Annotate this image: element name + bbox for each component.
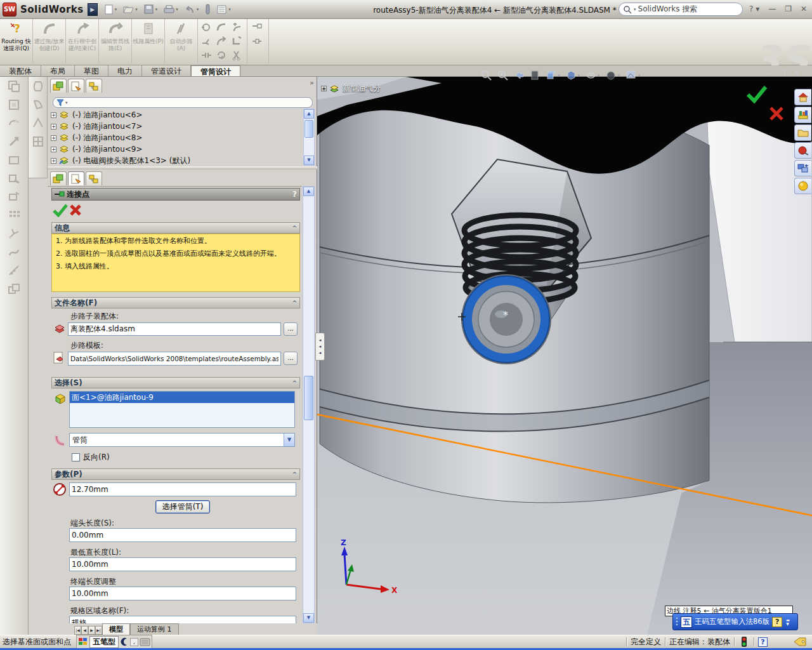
ime-options-icon[interactable]: ▬▼ — [786, 618, 790, 626]
ime-fullhalf-icon[interactable] — [120, 637, 129, 646]
tag-icon[interactable] — [793, 637, 807, 647]
appearance-icon[interactable]: ▾ — [606, 70, 620, 81]
view-palette-tab[interactable] — [794, 160, 811, 176]
select-edge-icon[interactable] — [29, 114, 48, 132]
feature-manager-tab[interactable] — [50, 79, 67, 93]
create-by-drag-button[interactable]: 通过拖/放来创建(D) — [33, 19, 66, 63]
search-input[interactable]: ▾ SolidWorks 搜索 — [619, 3, 743, 16]
scroll-up-icon[interactable]: ▲ — [304, 109, 314, 119]
open-icon[interactable]: ▾ — [123, 4, 138, 15]
hide-show-icon[interactable] — [4, 151, 23, 169]
tab-piping[interactable]: 管道设计 — [142, 65, 191, 76]
stub-length-input[interactable] — [69, 528, 296, 542]
previous-view-icon[interactable] — [514, 70, 525, 81]
select-body-icon[interactable] — [29, 77, 48, 95]
spec-area-input[interactable] — [69, 616, 296, 623]
restore-icon[interactable]: ❐ — [785, 4, 792, 13]
close-icon[interactable]: ✕ — [801, 4, 807, 13]
solidworks-resources-tab[interactable] — [794, 89, 811, 105]
confirm-cancel-icon[interactable] — [768, 105, 785, 122]
zoom-area-icon[interactable] — [497, 70, 508, 81]
tab-model[interactable]: 模型 — [102, 623, 130, 635]
property-manager-tab[interactable] — [68, 79, 84, 93]
split-route-icon[interactable] — [200, 35, 213, 48]
menu-flyout-button[interactable]: ▶ — [88, 3, 98, 16]
insert-component-icon[interactable] — [4, 77, 23, 95]
minimize-icon[interactable]: — — [768, 4, 776, 13]
cancel-button[interactable] — [69, 204, 82, 216]
search-results-tab[interactable] — [794, 142, 811, 159]
reverse-checkbox[interactable] — [72, 453, 80, 461]
scene-icon[interactable]: ▾ — [625, 70, 641, 81]
undo-icon[interactable]: ▾ — [185, 4, 199, 15]
pattern-icon[interactable] — [4, 206, 23, 224]
tree-row[interactable]: + (-) 电磁阀接头装配体1<3> (默认) — [51, 155, 190, 166]
ime-keyboard-icon[interactable] — [140, 638, 150, 646]
expand-icon[interactable]: + — [51, 124, 56, 129]
route-properties-button[interactable]: 线路属性(P) — [132, 19, 165, 63]
ime-lang-icon[interactable] — [78, 637, 88, 646]
parameters-section-header[interactable]: 参数(P)^ — [51, 468, 300, 480]
diameter-input[interactable] — [69, 482, 296, 496]
doc-close-icon[interactable]: ✕ — [794, 69, 800, 77]
min-straight-input[interactable] — [69, 557, 296, 571]
subassembly-input[interactable] — [68, 322, 281, 336]
smart-fasteners-icon[interactable] — [4, 188, 23, 206]
expand-icon[interactable]: + — [51, 158, 56, 164]
expand-icon[interactable]: + — [51, 147, 56, 152]
connection-point-icon[interactable] — [251, 21, 263, 34]
design-library-tab[interactable] — [794, 107, 811, 123]
add-point-icon[interactable] — [230, 21, 243, 34]
add-fitting-icon[interactable] — [200, 21, 213, 34]
tab-electrical[interactable]: 电力 — [108, 65, 142, 76]
rotate-component-icon[interactable] — [4, 114, 23, 132]
file-section-header[interactable]: 文件名称(F)^ — [51, 297, 300, 308]
edit-tube-route-button[interactable]: 编辑管筒线路(E) — [99, 19, 132, 63]
edit-component-icon[interactable] — [4, 169, 23, 187]
save-icon[interactable]: ▾ — [144, 4, 158, 15]
scroll-down-icon[interactable]: ▼ — [304, 156, 314, 165]
measure-icon[interactable] — [4, 262, 23, 279]
expand-icon[interactable]: + — [51, 112, 56, 118]
auto-route-button[interactable]: 自动步路(A) — [165, 19, 198, 63]
print-icon[interactable]: ▾ — [164, 4, 178, 15]
tree-filter-input[interactable]: ▾ — [53, 97, 313, 108]
combobox-dropdown-icon[interactable]: ▼ — [284, 434, 294, 446]
new-document-icon[interactable]: ▾ — [104, 4, 117, 15]
section-view-icon[interactable] — [530, 70, 540, 81]
pm-help-icon[interactable]: ? — [292, 190, 297, 199]
info-section-header[interactable]: 信息^ — [51, 222, 300, 234]
tab-motion-study[interactable]: 运动算例 1 — [130, 623, 179, 635]
property-manager-tab[interactable] — [68, 171, 84, 185]
configuration-manager-tab[interactable] — [86, 79, 102, 93]
display-style-icon[interactable]: ▾ — [566, 70, 580, 81]
interference-icon[interactable] — [4, 280, 23, 298]
ok-button[interactable] — [53, 203, 68, 217]
tree-row[interactable]: + (-) 油路jiantou<7> — [51, 121, 143, 132]
scroll-up-icon[interactable]: ▲ — [303, 187, 314, 196]
doc-restore-icon[interactable]: ❐ — [779, 69, 786, 77]
corner-icon[interactable] — [230, 35, 243, 48]
confirm-ok-icon[interactable] — [746, 84, 768, 103]
trim-route-icon[interactable] — [230, 49, 243, 62]
route-through-icon[interactable] — [215, 21, 228, 34]
first-tab-icon[interactable]: |◀ — [74, 626, 81, 635]
route-point-icon[interactable] — [251, 35, 263, 48]
routing-tips-button[interactable]: ? Routing 快速提示(Q) — [0, 19, 33, 63]
tree-row[interactable]: + (-) 油路jiantou<9> — [51, 143, 143, 155]
end-length-input[interactable] — [69, 587, 296, 600]
tab-assembly[interactable]: 装配体 — [0, 65, 41, 76]
spline-icon[interactable] — [4, 243, 23, 261]
graphics-area[interactable]: * X Z — [317, 77, 812, 635]
ime-float-bar[interactable]: 五 王码五笔型输入法86版 ? ▬▼ — [672, 613, 798, 630]
select-tube-button[interactable]: 选择管筒(T) — [155, 500, 210, 514]
tree-row[interactable]: + (-) 油路jiantou<8> — [51, 132, 143, 143]
rebuild-icon[interactable] — [205, 4, 211, 15]
file-explorer-tab[interactable] — [794, 124, 811, 141]
expand-icon[interactable]: + — [51, 135, 56, 141]
wubi-ime-icon[interactable]: 五 — [681, 616, 692, 628]
zoom-fit-icon[interactable] — [481, 70, 492, 81]
mate-icon[interactable] — [4, 96, 23, 114]
viewport-feature-tree[interactable]: + 新型油气分 — [321, 83, 381, 94]
view-orientation-icon[interactable]: ▾ — [546, 70, 560, 81]
